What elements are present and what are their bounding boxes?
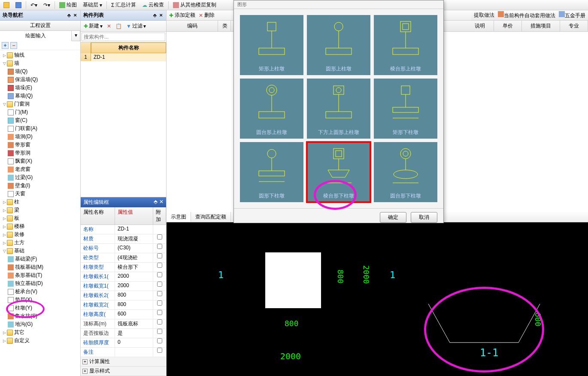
prop-row[interactable]: 柱墩截宽2(800 <box>81 300 166 310</box>
open-icon[interactable] <box>2 1 11 9</box>
tree-finish[interactable]: ▷装修 <box>0 230 80 239</box>
addon-checkbox[interactable] <box>157 300 162 306</box>
delete-button[interactable]: ✕删除 <box>199 12 215 19</box>
tree-bedding[interactable]: 垫层(X) <box>0 296 80 304</box>
search-input[interactable] <box>82 33 165 41</box>
copy-from-button[interactable]: 从其他楼层复制 <box>171 0 218 9</box>
pin-icon[interactable]: ⬘ <box>152 13 158 18</box>
addon-checkbox[interactable] <box>157 338 162 343</box>
tree-bay-win[interactable]: 飘窗(X) <box>0 157 80 165</box>
shape-option[interactable]: 圆台形上柱墩 <box>240 79 303 139</box>
tree-column[interactable]: ▷柱 <box>0 198 80 206</box>
tree-foundation[interactable]: ▽基础 <box>0 247 80 255</box>
tree-lintel[interactable]: 过梁(G) <box>0 173 80 182</box>
tree-iso-found[interactable]: 独立基础(D) <box>0 279 80 288</box>
shape-option[interactable]: 矩形上柱墩 <box>240 15 303 75</box>
prop-row[interactable]: 柱墩截长2(800 <box>81 291 166 300</box>
prop-row[interactable]: 名称ZD-1 <box>81 225 166 234</box>
close-icon[interactable]: ✕ <box>158 13 164 18</box>
tree-curtain[interactable]: 幕墙(Q) <box>0 92 80 100</box>
tree-door-win[interactable]: 门联窗(A) <box>0 124 80 133</box>
shape-option[interactable]: 圆形上柱墩 <box>307 15 370 75</box>
prop-row[interactable]: 是否按板边是 <box>81 329 166 338</box>
layer-dropdown[interactable]: 基础层 ▾ <box>81 0 104 9</box>
prop-row[interactable]: 顶标高(m)筏板底标 <box>81 319 166 329</box>
tree-beam[interactable]: ▷梁 <box>0 206 80 214</box>
cancel-button[interactable]: 取消 <box>411 212 437 223</box>
tree-strip-hole[interactable]: 带形洞 <box>0 149 80 157</box>
shape-option[interactable]: 圆形下柱墩 <box>240 142 303 202</box>
draw-button[interactable]: 绘图 <box>58 0 79 9</box>
extract-button[interactable]: 提取做法 <box>474 12 494 19</box>
addon-checkbox[interactable] <box>157 291 162 296</box>
group-display[interactable]: +显示样式 <box>81 367 166 376</box>
tree-trench[interactable]: 地沟(G) <box>0 320 80 328</box>
copy-icon[interactable]: 📋 <box>114 23 123 30</box>
prop-row[interactable]: 砼类型(4现浇砼 <box>81 253 166 263</box>
addon-checkbox[interactable] <box>157 263 162 268</box>
prop-row[interactable]: 砖胎膜厚度0 <box>81 338 166 348</box>
tab-dropdown[interactable]: ▾ <box>72 31 80 41</box>
prop-row[interactable]: 备注 <box>81 348 166 357</box>
ok-button[interactable]: 确定 <box>380 212 406 223</box>
tree-window-c[interactable]: 窗(C) <box>0 116 80 124</box>
tree-old-win[interactable]: 老虎窗 <box>0 165 80 173</box>
shape-option[interactable]: 棱台形下柱墩 <box>307 142 370 202</box>
prop-row[interactable]: 柱墩高度(600 <box>81 310 166 319</box>
tree-strip-win[interactable]: 带形窗 <box>0 141 80 149</box>
tree-wall-duo[interactable]: 墙垛(E) <box>0 84 80 92</box>
shape-option[interactable]: 圆台形下柱墩 <box>374 142 437 202</box>
addon-checkbox[interactable] <box>157 234 162 240</box>
tree-door-m[interactable]: 门(M) <box>0 108 80 116</box>
tab-schematic[interactable]: 示意图 <box>167 212 191 222</box>
add-quota-button[interactable]: ✚添加定额 <box>169 12 195 19</box>
addon-checkbox[interactable] <box>157 319 162 324</box>
prop-row[interactable]: 柱墩截宽1(2000 <box>81 282 166 291</box>
tree-skylight[interactable]: 天窗 <box>0 190 80 198</box>
addon-checkbox[interactable] <box>157 310 162 315</box>
tree-door[interactable]: ▽门窗洞 <box>0 100 80 108</box>
tree-pile-cap[interactable]: 桩承台(V) <box>0 288 80 296</box>
prop-row[interactable]: 柱墩截长1(2000 <box>81 272 166 282</box>
tree-pit[interactable]: 集水坑(S) <box>0 312 80 320</box>
tree-stair[interactable]: ▷楼梯 <box>0 222 80 230</box>
addon-checkbox[interactable] <box>157 329 162 334</box>
tree-raft[interactable]: 筏板基础(M) <box>0 263 80 271</box>
tree-niche[interactable]: 壁龛(I) <box>0 182 80 190</box>
addon-checkbox[interactable] <box>157 272 162 277</box>
list-row[interactable]: 1 ZD-1 <box>81 53 166 61</box>
addon-checkbox[interactable] <box>157 282 162 287</box>
tab-draw-input[interactable]: 绘图输入 <box>0 31 72 41</box>
tree-pier[interactable]: 柱墩(Y) <box>0 304 80 312</box>
tree-slab[interactable]: ▷板 <box>0 214 80 222</box>
save-icon[interactable] <box>14 1 23 9</box>
close-icon[interactable]: ✕ <box>159 199 164 205</box>
addon-checkbox[interactable] <box>157 348 162 353</box>
new-button[interactable]: ✚新建▾ <box>82 22 104 30</box>
shape-option[interactable]: 棱台形上柱墩 <box>374 15 437 75</box>
addon-checkbox[interactable] <box>157 253 162 258</box>
sum-button[interactable]: Σ 汇总计算 <box>109 0 138 9</box>
tree-wall-q[interactable]: 墙(Q) <box>0 67 80 76</box>
tree-wall-hole[interactable]: 墙洞(D) <box>0 133 80 141</box>
redo-icon[interactable]: ↷▾ <box>42 1 52 9</box>
shape-option[interactable]: 下方上圆形上柱墩 <box>307 79 370 139</box>
tree-custom[interactable]: ▷自定义 <box>0 337 80 345</box>
undo-icon[interactable]: ↶▾ <box>29 1 39 9</box>
manual-button[interactable]: 五金手册 <box>559 11 585 19</box>
shape-option[interactable]: 矩形下柱墩 <box>374 79 437 139</box>
delete-icon[interactable]: ✕ <box>106 23 112 30</box>
drawing-canvas[interactable]: 1 1 800 2000 800 2000 1-1 600 <box>167 222 588 376</box>
project-settings[interactable]: 工程设置 <box>0 21 80 31</box>
collapse-all-button[interactable]: − <box>10 42 17 49</box>
addon-checkbox[interactable] <box>157 244 162 249</box>
pin-icon[interactable]: ⬘ <box>67 13 72 18</box>
filter-button[interactable]: ▼过滤▾ <box>125 22 147 30</box>
tree-axis[interactable]: ▷轴线 <box>0 51 80 59</box>
tree-insul[interactable]: 保温墙(Q) <box>0 76 80 84</box>
auto-apply-button[interactable]: 当前构件自动套用做法 <box>498 11 555 19</box>
prop-row[interactable]: 砼标号(C30) <box>81 244 166 253</box>
expand-all-button[interactable]: + <box>2 42 9 49</box>
prop-row[interactable]: 柱墩类型棱台形下 <box>81 263 166 272</box>
tree-wall[interactable]: ▽墙 <box>0 59 80 67</box>
